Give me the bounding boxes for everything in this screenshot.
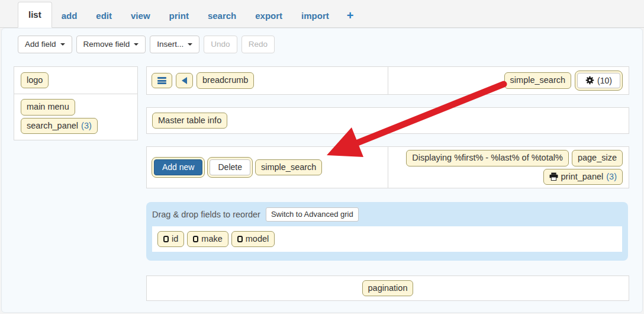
print-panel-count: (3): [606, 172, 617, 182]
delete-button[interactable]: Delete: [210, 159, 250, 175]
gear-icon: [585, 76, 594, 85]
hamburger-icon: [157, 77, 166, 84]
tab-export[interactable]: export: [246, 4, 292, 27]
print-line: print_panel (3): [543, 169, 623, 185]
tab-view[interactable]: view: [121, 4, 160, 27]
add-field-button[interactable]: Add field: [18, 36, 72, 53]
delete-chip[interactable]: Delete: [207, 157, 252, 178]
tab-list[interactable]: list: [18, 2, 52, 28]
switch-advanced-grid-button[interactable]: Switch to Advanced grid: [266, 207, 359, 222]
drag-drop-hint: Drag & drop fields to reorder: [152, 210, 260, 219]
header-row: breadcrumb simple_search: [146, 66, 629, 95]
search-panel-label: search_panel: [27, 121, 78, 131]
counter-line: Displaying %first% - %last% of %total% p…: [406, 150, 623, 166]
undo-button[interactable]: Undo: [204, 36, 237, 53]
master-info-row: Master table info: [146, 107, 629, 134]
logo-cell: logo: [14, 67, 137, 94]
insert-label: Insert...: [157, 40, 183, 49]
simple-search-chip-bottom[interactable]: simple_search: [255, 159, 323, 175]
header-row-right-cell: simple_search (10): [388, 67, 629, 94]
print-panel-label: print_panel: [561, 172, 604, 182]
grid-panel-header: Drag & drop fields to reorder Switch to …: [152, 207, 622, 222]
menu-toggle-chip[interactable]: [152, 73, 172, 88]
simple-search-chip-top[interactable]: simple_search: [504, 72, 572, 88]
printer-icon: [549, 172, 558, 181]
page-size-chip[interactable]: page_size: [572, 150, 623, 166]
field-chip-make[interactable]: make: [187, 231, 228, 247]
field-chip-id[interactable]: id: [157, 231, 184, 247]
caret-down-icon: [60, 43, 65, 46]
back-chip[interactable]: [176, 73, 193, 88]
field-chip-model[interactable]: model: [231, 231, 275, 247]
search-panel-count: (3): [81, 121, 92, 131]
checkbox-icon: [163, 236, 169, 242]
grid-fields-panel: Drag & drop fields to reorder Switch to …: [146, 202, 628, 261]
settings-chip[interactable]: (10): [575, 71, 623, 91]
layout-sidebar: logo main menu search_panel (3): [14, 66, 138, 140]
settings-button[interactable]: (10): [577, 73, 620, 89]
remove-field-label: Remove field: [83, 40, 130, 49]
insert-button[interactable]: Insert...: [150, 36, 199, 53]
pagination-row: pagination: [146, 275, 629, 301]
tab-edit[interactable]: edit: [86, 4, 121, 27]
back-arrow-icon: [182, 77, 187, 84]
caret-down-icon: [188, 43, 192, 46]
page-tabs-bar: list add edit view print search export i…: [0, 0, 644, 28]
main-menu-chip[interactable]: main menu: [21, 99, 75, 115]
add-new-chip[interactable]: Add new: [152, 157, 205, 178]
field-label: id: [172, 234, 178, 244]
master-table-info-chip[interactable]: Master table info: [152, 113, 227, 129]
field-label: make: [201, 234, 222, 244]
checkbox-icon: [237, 236, 243, 242]
search-panel-chip[interactable]: search_panel (3): [21, 118, 98, 134]
page-designer: list add edit view print search export i…: [0, 0, 644, 314]
breadcrumb-chip[interactable]: breadcrumb: [197, 72, 254, 88]
tab-print[interactable]: print: [160, 4, 198, 27]
header-row-left-cell: breadcrumb: [147, 67, 388, 94]
add-page-tab-button[interactable]: +: [339, 4, 362, 27]
pagination-chip[interactable]: pagination: [362, 280, 414, 296]
displaying-chip[interactable]: Displaying %first% - %last% of %total%: [406, 150, 569, 166]
buttons-row-right-cell: Displaying %first% - %last% of %total% p…: [388, 147, 629, 188]
menu-cell: main menu search_panel (3): [14, 94, 137, 140]
logo-chip[interactable]: logo: [21, 72, 49, 88]
checkbox-icon: [193, 236, 198, 242]
add-field-label: Add field: [25, 40, 56, 49]
settings-count: (10): [597, 76, 612, 86]
buttons-row-left-cell: Add new Delete simple_search: [147, 147, 388, 188]
field-label: model: [246, 234, 269, 244]
buttons-row: Add new Delete simple_search Displaying …: [146, 146, 629, 188]
redo-button[interactable]: Redo: [242, 36, 275, 53]
tab-add[interactable]: add: [52, 4, 87, 27]
caret-down-icon: [134, 43, 139, 46]
add-new-button[interactable]: Add new: [154, 159, 202, 175]
remove-field-button[interactable]: Remove field: [76, 36, 146, 53]
print-panel-chip[interactable]: print_panel (3): [543, 169, 623, 185]
tab-search[interactable]: search: [198, 4, 246, 27]
fields-strip: id make model: [152, 226, 622, 252]
tab-import[interactable]: import: [292, 4, 339, 27]
designer-toolbar: Add field Remove field Insert... Undo Re…: [18, 36, 275, 53]
